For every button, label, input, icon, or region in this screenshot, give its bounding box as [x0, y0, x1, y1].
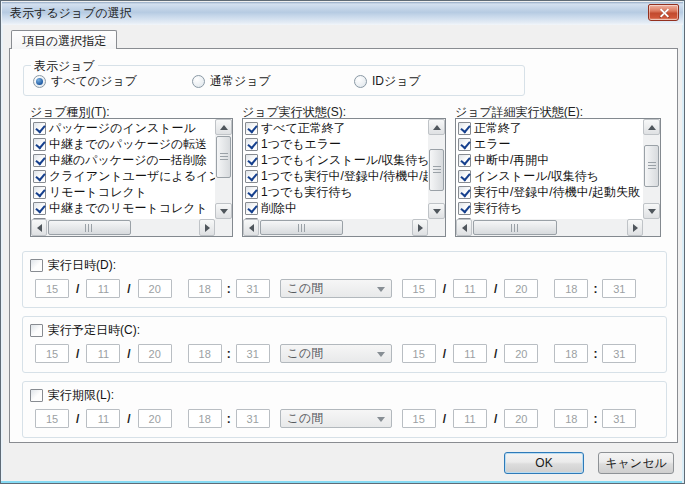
checkbox-checked[interactable]: [458, 154, 471, 167]
checkbox-checked[interactable]: [245, 202, 258, 215]
to-month-field[interactable]: [453, 344, 487, 363]
scroll-left-button[interactable]: [456, 219, 472, 236]
checkbox-checked[interactable]: [33, 186, 46, 199]
to-year-field[interactable]: [402, 409, 436, 428]
job-exec-status-listbox[interactable]: すべて正常終了 1つでもエラー 1つでもインストール/収集待ち 1つでも実行中/…: [242, 118, 446, 237]
from-hour-field[interactable]: [188, 409, 222, 428]
to-day-field[interactable]: [504, 279, 538, 298]
checkbox-checked[interactable]: [245, 154, 258, 167]
to-hour-field[interactable]: [554, 344, 588, 363]
checkbox-checked[interactable]: [458, 170, 471, 183]
radio-selected-icon[interactable]: [33, 75, 46, 88]
scroll-left-button[interactable]: [243, 219, 259, 236]
job-type-listbox[interactable]: パッケージのインストール 中継までのパッケージの転送 中継のパッケージの一括削除…: [30, 118, 233, 237]
radio-unselected-icon[interactable]: [354, 75, 367, 88]
from-minute-field[interactable]: [236, 279, 270, 298]
to-hour-field[interactable]: [554, 279, 588, 298]
vertical-scroll-thumb[interactable]: [429, 149, 444, 191]
vertical-scroll-thumb[interactable]: [216, 136, 231, 178]
checkbox-checked[interactable]: [33, 138, 46, 151]
to-minute-field[interactable]: [602, 409, 636, 428]
to-day-field[interactable]: [504, 344, 538, 363]
vertical-scrollbar[interactable]: [215, 119, 232, 219]
checkbox-checked[interactable]: [245, 170, 258, 183]
scroll-right-button[interactable]: [627, 219, 643, 236]
horizontal-scrollbar[interactable]: [31, 219, 215, 236]
horizontal-scroll-thumb[interactable]: [260, 220, 343, 235]
checkbox-checked[interactable]: [458, 138, 471, 151]
scroll-up-button[interactable]: [215, 119, 232, 135]
vertical-scrollbar[interactable]: [428, 119, 445, 219]
radio-unselected-icon[interactable]: [192, 75, 205, 88]
radio-id-jobs[interactable]: IDジョブ: [354, 73, 421, 90]
from-minute-field[interactable]: [236, 344, 270, 363]
from-month-field[interactable]: [86, 279, 120, 298]
to-year-field[interactable]: [402, 279, 436, 298]
radio-all-jobs[interactable]: すべてのジョブ: [33, 73, 137, 90]
list-item[interactable]: 中継までのパッケージの転送: [31, 136, 215, 152]
checkbox-checked[interactable]: [245, 122, 258, 135]
scroll-up-button[interactable]: [643, 119, 660, 135]
from-day-field[interactable]: [138, 409, 172, 428]
tab-item-selection[interactable]: 項目の選択指定: [11, 30, 117, 49]
horizontal-scrollbar[interactable]: [243, 219, 428, 236]
list-item[interactable]: 1つでもインストール/収集待ち: [243, 152, 428, 168]
checkbox-checked[interactable]: [33, 170, 46, 183]
checkbox-unchecked[interactable]: [30, 324, 43, 337]
checkbox-checked[interactable]: [33, 122, 46, 135]
from-day-field[interactable]: [138, 344, 172, 363]
checkbox-checked[interactable]: [33, 154, 46, 167]
scroll-left-button[interactable]: [31, 219, 47, 236]
list-item[interactable]: 1つでも実行待ち: [243, 184, 428, 200]
range-select[interactable]: この間: [280, 344, 392, 363]
list-item[interactable]: リモートコレクト: [31, 184, 215, 200]
scroll-down-button[interactable]: [643, 203, 660, 219]
list-item[interactable]: 1つでもエラー: [243, 136, 428, 152]
list-item[interactable]: 正常終了: [456, 120, 643, 136]
radio-normal-jobs[interactable]: 通常ジョブ: [192, 73, 271, 90]
checkbox-checked[interactable]: [33, 202, 46, 215]
close-button[interactable]: [648, 4, 679, 21]
scroll-up-button[interactable]: [428, 119, 445, 135]
titlebar[interactable]: 表示するジョブの選択: [2, 2, 683, 25]
list-item[interactable]: すべて正常終了: [243, 120, 428, 136]
list-item[interactable]: エラー: [456, 136, 643, 152]
from-day-field[interactable]: [138, 279, 172, 298]
from-hour-field[interactable]: [188, 344, 222, 363]
horizontal-scrollbar[interactable]: [456, 219, 643, 236]
list-item[interactable]: 実行待ち: [456, 200, 643, 216]
checkbox-unchecked[interactable]: [30, 389, 43, 402]
job-detail-status-listbox[interactable]: 正常終了 エラー 中断中/再開中 インストール/収集待ち 実行中/登録中/待機中…: [455, 118, 661, 237]
checkbox-checked[interactable]: [458, 122, 471, 135]
scroll-down-button[interactable]: [215, 203, 232, 219]
list-item[interactable]: クライアントユーザによるインストール: [31, 168, 215, 184]
horizontal-scroll-thumb[interactable]: [48, 220, 131, 235]
list-item[interactable]: 中断中/再開中: [456, 152, 643, 168]
from-year-field[interactable]: [35, 279, 69, 298]
scroll-right-button[interactable]: [199, 219, 215, 236]
list-item[interactable]: インストール/収集待ち: [456, 168, 643, 184]
from-month-field[interactable]: [86, 344, 120, 363]
scroll-down-button[interactable]: [428, 203, 445, 219]
to-day-field[interactable]: [504, 409, 538, 428]
checkbox-checked[interactable]: [245, 138, 258, 151]
list-item[interactable]: 中継までのリモートコレクト: [31, 200, 215, 216]
to-hour-field[interactable]: [554, 409, 588, 428]
list-item[interactable]: 実行中/登録中/待機中/起動失敗: [456, 184, 643, 200]
from-hour-field[interactable]: [188, 279, 222, 298]
list-item[interactable]: パッケージのインストール: [31, 120, 215, 136]
range-select[interactable]: この間: [280, 409, 392, 428]
to-minute-field[interactable]: [602, 344, 636, 363]
list-item[interactable]: 削除中: [243, 200, 428, 216]
scroll-right-button[interactable]: [412, 219, 428, 236]
to-year-field[interactable]: [402, 344, 436, 363]
vertical-scrollbar[interactable]: [643, 119, 660, 219]
from-year-field[interactable]: [35, 409, 69, 428]
from-minute-field[interactable]: [236, 409, 270, 428]
ok-button[interactable]: OK: [504, 452, 584, 474]
to-month-field[interactable]: [453, 409, 487, 428]
horizontal-scroll-thumb[interactable]: [473, 220, 557, 235]
checkbox-checked[interactable]: [245, 186, 258, 199]
checkbox-checked[interactable]: [458, 186, 471, 199]
list-item[interactable]: 1つでも実行中/登録中/待機中/起動: [243, 168, 428, 184]
